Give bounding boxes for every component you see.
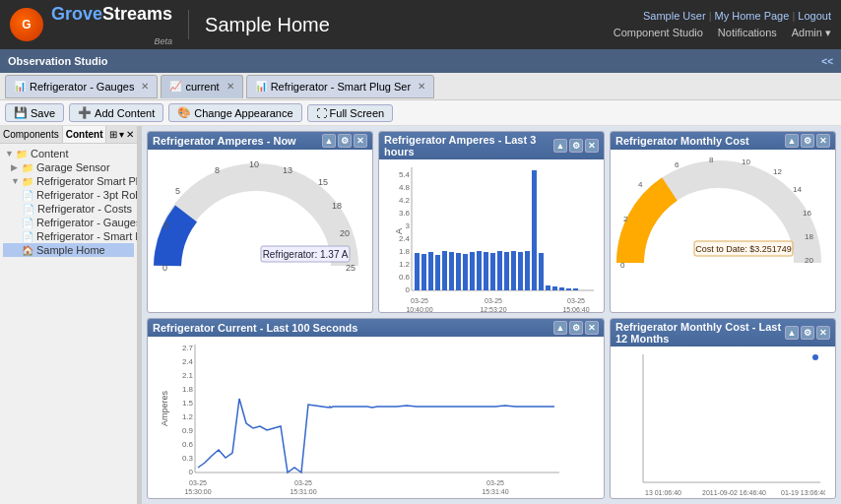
widget-controls: ▲ ⚙ ✕ (785, 134, 830, 148)
widget-minimize-button[interactable]: ▲ (553, 139, 567, 153)
widget-title: Refrigerator Current - Last 100 Seconds (153, 322, 357, 334)
svg-text:18: 18 (332, 201, 342, 211)
nav-notifications[interactable]: Notifications (718, 27, 777, 39)
sidebar-item-3pt-rolling[interactable]: 📄 Refrigerator - 3pt Rollin... (3, 188, 134, 202)
svg-rect-41 (518, 252, 523, 290)
tab-close-button[interactable]: ✕ (418, 81, 425, 92)
widget-settings-button[interactable]: ⚙ (801, 134, 814, 148)
studio-bar: Observation Studio << (0, 49, 841, 73)
line-chart-100sec: 0 0.3 0.6 0.9 1.2 1.5 1.8 2.1 2.4 2.7 Am… (151, 340, 564, 500)
tab-close-button[interactable]: ✕ (226, 81, 234, 92)
user-link[interactable]: Sample User (643, 10, 706, 22)
widget-minimize-button[interactable]: ▲ (553, 321, 567, 335)
logo-icon: G (10, 8, 43, 41)
logo-text: GroveStreams (51, 4, 172, 25)
sidebar-item-gauges[interactable]: 📄 Refrigerator - Gauges (3, 216, 134, 229)
my-home-link[interactable]: My Home Page (715, 10, 790, 22)
widget-close-button[interactable]: ✕ (585, 321, 599, 335)
widget-title: Refrigerator Monthly Cost (615, 135, 749, 147)
svg-text:A: A (394, 228, 404, 234)
sidebar-tab-components[interactable]: Components (0, 126, 63, 143)
widget-settings-button[interactable]: ⚙ (338, 134, 352, 148)
change-appearance-button[interactable]: 🎨 Change Appearance (168, 103, 301, 122)
svg-text:1.8: 1.8 (399, 247, 411, 256)
svg-rect-29 (435, 255, 440, 290)
sidebar-item-garage[interactable]: ▶ 📁 Garage Sensor (3, 160, 134, 174)
widget-title: Refrigerator Monthly Cost - Last 12 Mont… (615, 321, 785, 345)
tab-label: current (185, 81, 219, 93)
action-bar: 💾 Save ➕ Add Content 🎨 Change Appearance… (0, 100, 841, 126)
sidebar-expand-icon: ⊞ (109, 129, 117, 140)
svg-text:03-25: 03-25 (294, 479, 312, 486)
sidebar-item-costs[interactable]: 📄 Refrigerator - Costs (3, 202, 134, 216)
sidebar-item-refrigerator-smart-plug[interactable]: ▼ 📁 Refrigerator Smart Plug (3, 174, 134, 188)
nav-admin[interactable]: Admin ▾ (792, 27, 831, 39)
sidebar-tab-content[interactable]: Content (63, 126, 107, 143)
widget-close-button[interactable]: ✕ (816, 134, 830, 148)
tab-current[interactable]: 📈 current ✕ (161, 75, 242, 98)
add-content-button[interactable]: ➕ Add Content (69, 103, 163, 122)
studio-collapse-button[interactable]: << (821, 56, 833, 67)
sidebar-item-label: Content (31, 148, 69, 159)
svg-text:2.4: 2.4 (399, 234, 411, 243)
svg-text:1.2: 1.2 (182, 412, 194, 421)
widget-header: Refrigerator Monthly Cost ▲ ⚙ ✕ (611, 132, 835, 150)
sidebar-item-content[interactable]: ▼ 📁 Content (3, 147, 134, 160)
svg-rect-33 (463, 254, 468, 290)
svg-text:12: 12 (773, 167, 782, 176)
beta-badge: Beta (155, 36, 173, 46)
sidebar-item-smart-plug[interactable]: 📄 Refrigerator - Smart Plu... (3, 229, 134, 243)
widget-body: 0 2 4 6 8 10 12 14 16 18 20 Cost to Date… (611, 150, 835, 287)
folder-icon: 📁 (22, 162, 33, 173)
tab-close-button[interactable]: ✕ (141, 81, 149, 92)
svg-rect-45 (546, 285, 550, 290)
svg-rect-39 (504, 252, 509, 290)
sidebar-controls[interactable]: ⊞ ▾ ✕ (106, 126, 137, 143)
widget-minimize-button[interactable]: ▲ (785, 134, 799, 148)
svg-text:03-25: 03-25 (486, 479, 504, 486)
widget-settings-button[interactable]: ⚙ (569, 139, 583, 153)
studio-label: Observation Studio (8, 55, 107, 67)
svg-rect-28 (428, 252, 433, 290)
svg-text:15:31:40: 15:31:40 (482, 488, 508, 495)
widget-close-button[interactable]: ✕ (354, 134, 367, 148)
svg-text:1.8: 1.8 (182, 385, 194, 394)
full-screen-label: Full Screen (330, 107, 385, 119)
tab-smart-plug[interactable]: 📊 Refrigerator - Smart Plug Ser ✕ (246, 75, 434, 98)
widget-title: Refrigerator Amperes - Last 3 hours (384, 134, 553, 158)
svg-text:20: 20 (340, 228, 350, 238)
file-icon: 📄 (23, 204, 34, 215)
widget-minimize-button[interactable]: ▲ (322, 134, 336, 148)
widget-minimize-button[interactable]: ▲ (785, 326, 799, 340)
sidebar-item-sample-home[interactable]: 🏠 Sample Home (3, 243, 134, 257)
svg-text:16: 16 (803, 209, 811, 218)
logout-link[interactable]: Logout (798, 10, 831, 22)
svg-text:5.4: 5.4 (399, 170, 411, 179)
svg-rect-43 (532, 170, 537, 290)
full-screen-button[interactable]: ⛶ Full Screen (307, 104, 394, 122)
svg-text:03-25: 03-25 (189, 479, 207, 486)
sidebar-tabs: Components Content ⊞ ▾ ✕ (0, 126, 137, 144)
svg-text:8: 8 (215, 165, 220, 175)
svg-text:03-25: 03-25 (567, 297, 585, 304)
widget-settings-button[interactable]: ⚙ (801, 326, 814, 340)
svg-rect-35 (477, 251, 482, 290)
svg-rect-31 (449, 252, 454, 290)
sidebar-item-label: Sample Home (36, 244, 105, 256)
svg-text:0: 0 (189, 468, 194, 476)
svg-text:2.4: 2.4 (182, 357, 194, 366)
svg-text:0.9: 0.9 (182, 426, 194, 435)
widget-settings-button[interactable]: ⚙ (569, 321, 583, 335)
save-button[interactable]: 💾 Save (5, 103, 64, 122)
widget-close-button[interactable]: ✕ (585, 139, 599, 153)
widget-close-button[interactable]: ✕ (816, 326, 830, 340)
svg-text:4: 4 (638, 180, 643, 189)
svg-text:10: 10 (249, 159, 259, 169)
svg-text:13: 13 (283, 165, 292, 175)
gauge-chart: 0 3 5 8 10 13 15 18 20 23 25 Refrigerato… (153, 158, 359, 285)
monthly-cost-gauge: 0 2 4 6 8 10 12 14 16 18 20 Cost to Date… (615, 155, 822, 283)
tab-refrigerator-gauges[interactable]: 📊 Refrigerator - Gauges ✕ (5, 75, 158, 98)
widget-title: Refrigerator Amperes - Now (153, 135, 296, 147)
folder-icon: 📁 (16, 149, 28, 159)
nav-component-studio[interactable]: Component Studio (614, 27, 703, 39)
